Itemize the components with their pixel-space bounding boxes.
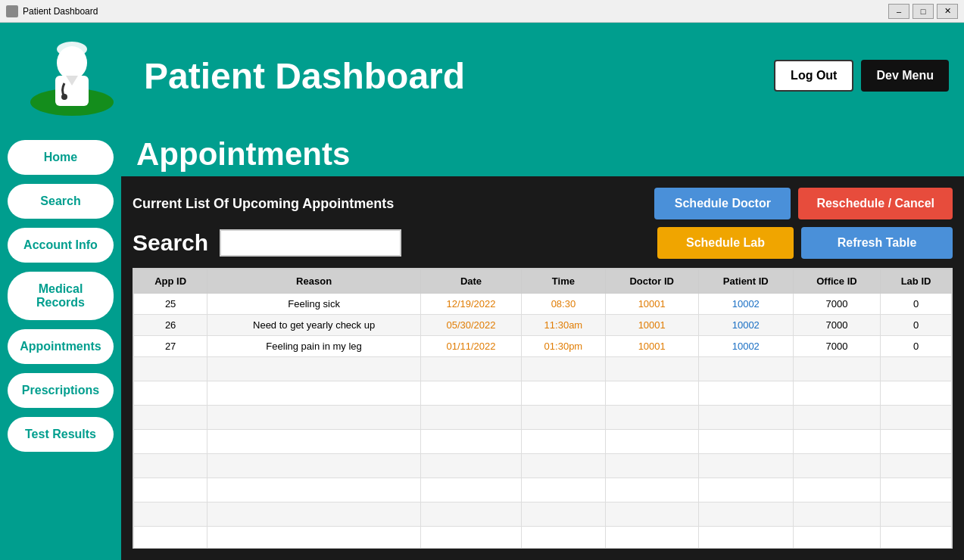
- col-app-id: App ID: [134, 269, 207, 294]
- refresh-table-button[interactable]: Refresh Table: [801, 227, 953, 259]
- search-label-input: Search: [133, 229, 401, 257]
- cell-empty: [207, 381, 421, 406]
- cell-empty: [134, 478, 207, 502]
- cell-empty: [207, 454, 421, 478]
- header-buttons: Log Out Dev Menu: [774, 60, 949, 92]
- cell-empty: [207, 478, 421, 502]
- cell-empty: [522, 454, 606, 478]
- cell-app-id: 27: [134, 336, 207, 357]
- panel-top-row: Current List Of Upcoming Appointments Sc…: [133, 188, 953, 219]
- cell-empty: [420, 478, 521, 502]
- cell-empty: [698, 502, 793, 527]
- cell-empty: [793, 406, 880, 430]
- schedule-doctor-button[interactable]: Schedule Doctor: [654, 188, 791, 219]
- cell-time: 01:30pm: [522, 336, 606, 357]
- cell-empty: [698, 406, 793, 430]
- page-title: Appointments: [136, 136, 949, 173]
- table-header-row: App ID Reason Date Time Doctor ID Patien…: [134, 269, 952, 294]
- sidebar-item-prescriptions[interactable]: Prescriptions: [8, 373, 114, 408]
- title-section: Patient Dashboard: [129, 55, 774, 97]
- minimize-button[interactable]: –: [888, 4, 909, 19]
- title-bar: Patient Dashboard – □ ✕: [0, 0, 964, 23]
- sidebar: Home Search Account Info Medical Records…: [0, 129, 121, 560]
- table-row-empty: [134, 381, 952, 406]
- cell-empty: [881, 454, 952, 478]
- sidebar-item-account-info[interactable]: Account Info: [8, 228, 114, 263]
- col-office-id: Office ID: [793, 269, 880, 294]
- cell-empty: [698, 381, 793, 406]
- search-input[interactable]: [220, 229, 401, 257]
- cell-empty: [207, 430, 421, 454]
- table-row-empty: [134, 478, 952, 502]
- reschedule-cancel-button[interactable]: Reschedule / Cancel: [798, 188, 953, 219]
- top-buttons: Schedule Doctor Reschedule / Cancel: [654, 188, 953, 219]
- cell-empty: [420, 381, 521, 406]
- cell-empty: [420, 502, 521, 527]
- cell-empty: [522, 357, 606, 381]
- appointments-table-container: App ID Reason Date Time Doctor ID Patien…: [133, 268, 953, 549]
- cell-patient-id: 10002: [698, 294, 793, 315]
- col-patient-id: Patient ID: [698, 269, 793, 294]
- cell-empty: [420, 430, 521, 454]
- col-doctor-id: Doctor ID: [605, 269, 698, 294]
- devmenu-button[interactable]: Dev Menu: [861, 60, 949, 92]
- cell-office-id: 7000: [793, 336, 880, 357]
- title-bar-text: Patient Dashboard: [23, 6, 98, 17]
- col-date: Date: [420, 269, 521, 294]
- sidebar-item-medical-records[interactable]: Medical Records: [8, 272, 114, 320]
- cell-time: 08:30: [522, 294, 606, 315]
- cell-empty: [698, 357, 793, 381]
- search-label: Search: [133, 230, 208, 256]
- cell-empty: [881, 406, 952, 430]
- cell-empty: [134, 406, 207, 430]
- table-row[interactable]: 26 Need to get yearly check up 05/30/202…: [134, 315, 952, 336]
- close-button[interactable]: ✕: [937, 4, 958, 19]
- search-row: Search Schedule Lab Refresh Table: [133, 227, 953, 259]
- svg-point-3: [57, 42, 87, 57]
- cell-office-id: 7000: [793, 294, 880, 315]
- schedule-lab-button[interactable]: Schedule Lab: [657, 227, 794, 259]
- sidebar-item-test-results[interactable]: Test Results: [8, 417, 114, 452]
- sidebar-item-appointments[interactable]: Appointments: [8, 329, 114, 364]
- cell-office-id: 7000: [793, 315, 880, 336]
- logout-button[interactable]: Log Out: [774, 60, 853, 92]
- maximize-button[interactable]: □: [913, 4, 934, 19]
- appointments-table: App ID Reason Date Time Doctor ID Patien…: [133, 269, 952, 549]
- app-title: Patient Dashboard: [144, 55, 774, 97]
- cell-empty: [698, 430, 793, 454]
- cell-empty: [420, 357, 521, 381]
- cell-reason: Feeling sick: [207, 294, 421, 315]
- cell-lab-id: 0: [881, 336, 952, 357]
- cell-empty: [793, 478, 880, 502]
- table-body: 25 Feeling sick 12/19/2022 08:30 10001 1…: [134, 294, 952, 549]
- table-row-empty: [134, 454, 952, 478]
- cell-empty: [605, 502, 698, 527]
- cell-empty: [605, 430, 698, 454]
- cell-empty: [522, 502, 606, 527]
- cell-empty: [605, 406, 698, 430]
- table-row-empty: [134, 430, 952, 454]
- table-row[interactable]: 25 Feeling sick 12/19/2022 08:30 10001 1…: [134, 294, 952, 315]
- col-lab-id: Lab ID: [881, 269, 952, 294]
- sidebar-item-search[interactable]: Search: [8, 184, 114, 219]
- cell-patient-id: 10002: [698, 336, 793, 357]
- cell-empty: [522, 406, 606, 430]
- cell-reason: Need to get yearly check up: [207, 315, 421, 336]
- cell-app-id: 26: [134, 315, 207, 336]
- logo-area: [15, 34, 129, 117]
- cell-empty: [522, 527, 606, 549]
- cell-empty: [793, 430, 880, 454]
- sidebar-item-home[interactable]: Home: [8, 140, 114, 175]
- cell-empty: [605, 357, 698, 381]
- cell-empty: [881, 381, 952, 406]
- cell-lab-id: 0: [881, 294, 952, 315]
- cell-empty: [207, 406, 421, 430]
- title-bar-controls: – □ ✕: [888, 4, 958, 19]
- header: Patient Dashboard Log Out Dev Menu: [0, 23, 964, 129]
- appointments-panel: Current List Of Upcoming Appointments Sc…: [121, 176, 964, 560]
- cell-date: 12/19/2022: [420, 294, 521, 315]
- cell-empty: [793, 527, 880, 549]
- cell-doctor-id: 10001: [605, 336, 698, 357]
- cell-empty: [134, 381, 207, 406]
- table-row[interactable]: 27 Feeling pain in my leg 01/11/2022 01:…: [134, 336, 952, 357]
